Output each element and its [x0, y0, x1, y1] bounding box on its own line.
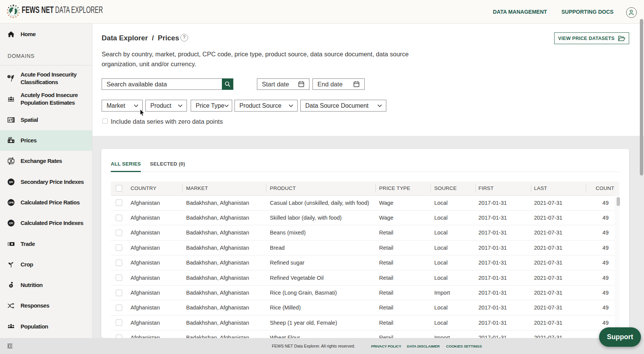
- svg-text:CPI: CPI: [9, 222, 13, 225]
- svg-text:CPR: CPR: [8, 201, 14, 204]
- svg-text:SPI: SPI: [9, 180, 13, 183]
